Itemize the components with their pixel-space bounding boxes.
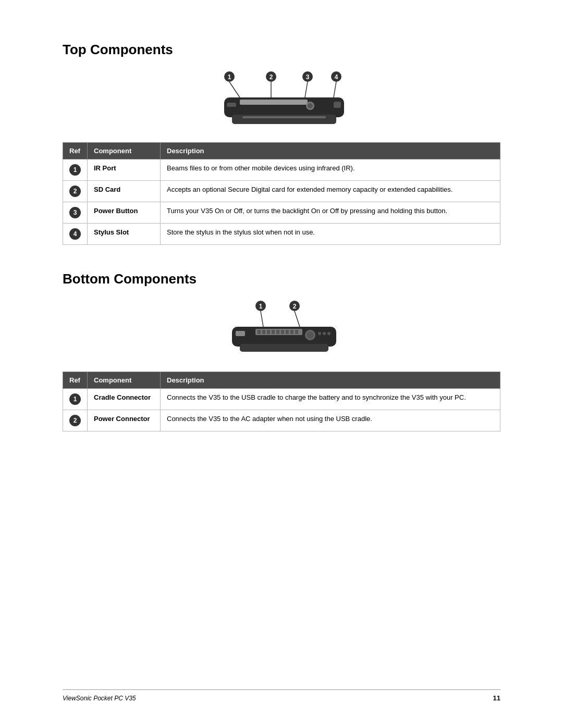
svg-rect-32 bbox=[272, 330, 275, 334]
ref-badge: 2 bbox=[69, 415, 81, 426]
svg-line-25 bbox=[295, 311, 300, 327]
svg-line-22 bbox=[261, 311, 263, 327]
svg-rect-19 bbox=[242, 116, 326, 118]
ref-badge: 1 bbox=[69, 164, 81, 176]
bottom-device-svg: 1 2 bbox=[214, 300, 349, 357]
svg-rect-16 bbox=[227, 103, 236, 107]
page-footer: ViewSonic Pocket PC V35 11 bbox=[63, 689, 500, 702]
svg-rect-37 bbox=[295, 330, 298, 334]
footer-product: ViewSonic Pocket PC V35 bbox=[63, 695, 136, 702]
top-device-diagram: 1 2 3 4 bbox=[63, 70, 500, 128]
component-cell: Cradle Connector bbox=[88, 389, 161, 410]
svg-point-39 bbox=[307, 331, 314, 339]
description-cell: Accepts an optional Secure Digital card … bbox=[161, 181, 500, 202]
table-row: 1 IR Port Beams files to or from other m… bbox=[63, 159, 500, 181]
top-device-svg: 1 2 3 4 bbox=[198, 70, 365, 128]
svg-text:1: 1 bbox=[259, 303, 263, 310]
top-components-title: Top Components bbox=[63, 42, 500, 58]
table-row: 3 Power Button Turns your V35 On or Off,… bbox=[63, 202, 500, 224]
description-cell: Beams files to or from other mobile devi… bbox=[161, 159, 500, 181]
top-table-header-ref: Ref bbox=[63, 143, 88, 159]
ref-cell: 3 bbox=[63, 202, 88, 224]
table-row: 2 SD Card Accepts an optional Secure Dig… bbox=[63, 181, 500, 202]
svg-text:3: 3 bbox=[306, 73, 310, 81]
table-row: 4 Stylus Slot Store the stylus in the st… bbox=[63, 224, 500, 245]
svg-rect-43 bbox=[240, 344, 328, 352]
component-cell: Power Button bbox=[88, 202, 161, 224]
bottom-table-header-description: Description bbox=[161, 372, 500, 389]
ref-badge: 1 bbox=[69, 393, 81, 405]
svg-rect-27 bbox=[236, 331, 245, 336]
bottom-components-table: Ref Component Description 1 Cradle Conne… bbox=[63, 372, 500, 431]
ref-cell: 1 bbox=[63, 389, 88, 410]
component-cell: IR Port bbox=[88, 159, 161, 181]
svg-rect-17 bbox=[334, 102, 341, 108]
top-table-header-description: Description bbox=[161, 143, 500, 159]
svg-rect-30 bbox=[262, 330, 265, 334]
svg-rect-33 bbox=[276, 330, 279, 334]
svg-rect-13 bbox=[240, 100, 308, 105]
bottom-components-section: Bottom Components 1 2 bbox=[63, 271, 500, 431]
svg-line-2 bbox=[229, 82, 240, 97]
svg-point-42 bbox=[327, 332, 331, 335]
ref-badge: 2 bbox=[69, 186, 81, 197]
description-cell: Connects the V35 to the USB cradle to ch… bbox=[161, 389, 500, 410]
top-components-section: Top Components 1 2 3 4 bbox=[63, 42, 500, 245]
component-cell: Stylus Slot bbox=[88, 224, 161, 245]
svg-rect-35 bbox=[286, 330, 289, 334]
svg-point-15 bbox=[308, 103, 313, 108]
top-table-header-component: Component bbox=[88, 143, 161, 159]
description-cell: Connects the V35 to the AC adapter when … bbox=[161, 410, 500, 431]
svg-point-40 bbox=[318, 332, 321, 335]
svg-point-41 bbox=[323, 332, 326, 335]
ref-badge: 4 bbox=[69, 228, 81, 240]
description-cell: Store the stylus in the stylus slot when… bbox=[161, 224, 500, 245]
svg-rect-36 bbox=[290, 330, 293, 334]
ref-cell: 2 bbox=[63, 181, 88, 202]
bottom-components-title: Bottom Components bbox=[63, 271, 500, 287]
ref-badge: 3 bbox=[69, 207, 81, 218]
svg-rect-34 bbox=[281, 330, 284, 334]
component-cell: Power Connector bbox=[88, 410, 161, 431]
bottom-table-header-component: Component bbox=[88, 372, 161, 389]
svg-text:1: 1 bbox=[228, 73, 231, 81]
svg-rect-29 bbox=[258, 330, 261, 334]
svg-rect-18 bbox=[232, 115, 336, 124]
bottom-device-diagram: 1 2 bbox=[63, 300, 500, 357]
svg-text:2: 2 bbox=[293, 303, 297, 310]
svg-line-11 bbox=[334, 82, 336, 97]
description-cell: Turns your V35 On or Off, or turns the b… bbox=[161, 202, 500, 224]
ref-cell: 4 bbox=[63, 224, 88, 245]
ref-cell: 1 bbox=[63, 159, 88, 181]
svg-rect-31 bbox=[267, 330, 270, 334]
svg-line-8 bbox=[305, 82, 308, 97]
component-cell: SD Card bbox=[88, 181, 161, 202]
bottom-table-header-ref: Ref bbox=[63, 372, 88, 389]
top-components-table: Ref Component Description 1 IR Port Beam… bbox=[63, 142, 500, 245]
ref-cell: 2 bbox=[63, 410, 88, 431]
table-row: 1 Cradle Connector Connects the V35 to t… bbox=[63, 389, 500, 410]
svg-text:2: 2 bbox=[270, 73, 273, 81]
table-row: 2 Power Connector Connects the V35 to th… bbox=[63, 410, 500, 431]
footer-page-number: 11 bbox=[493, 694, 500, 702]
svg-text:4: 4 bbox=[335, 73, 338, 81]
